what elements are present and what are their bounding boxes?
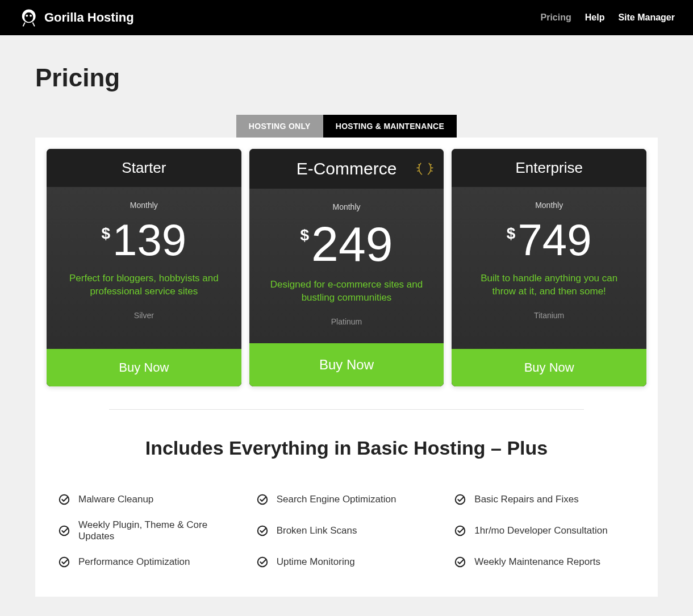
feature-item: Search Engine Optimization (256, 493, 437, 506)
svg-point-12 (456, 557, 465, 567)
svg-point-4 (60, 495, 69, 505)
top-nav: Pricing Help Site Manager (541, 13, 675, 23)
currency-symbol: $ (300, 226, 309, 244)
svg-point-6 (456, 495, 465, 505)
feature-label: Search Engine Optimization (277, 494, 396, 505)
plan-price: $ 249 (261, 219, 433, 268)
currency-symbol: $ (101, 224, 110, 243)
feature-item: 1hr/mo Developer Consultation (454, 519, 635, 542)
svg-point-9 (456, 526, 465, 536)
buy-now-button[interactable]: Buy Now (47, 349, 241, 386)
svg-point-2 (26, 15, 28, 17)
feature-label: Uptime Monitoring (277, 556, 355, 568)
plan-period: Monthly (58, 201, 230, 210)
gorilla-icon (18, 8, 37, 27)
plan-description: Designed for e-commerce sites and bustli… (261, 278, 433, 305)
check-circle-icon (454, 493, 466, 506)
plan-tier: Silver (58, 311, 230, 320)
plan-period: Monthly (261, 202, 433, 211)
brand[interactable]: Gorilla Hosting (18, 8, 134, 27)
currency-symbol: $ (507, 224, 516, 243)
plan-card-enterprise: Enterprise Monthly $ 749 Built to handle… (452, 149, 646, 386)
plan-period: Monthly (463, 201, 635, 210)
feature-item: Weekly Plugin, Theme & Core Updates (58, 519, 239, 542)
brand-name: Gorilla Hosting (44, 10, 134, 25)
includes-heading: Includes Everything in Basic Hosting – P… (47, 437, 646, 459)
check-circle-icon (454, 556, 466, 568)
plan-description: Perfect for bloggers, hobbyists and prof… (58, 272, 230, 298)
svg-point-11 (257, 557, 267, 567)
buy-now-button[interactable]: Buy Now (452, 349, 646, 386)
svg-point-3 (30, 15, 32, 17)
tab-hosting-only[interactable]: HOSTING ONLY (236, 115, 323, 138)
plan-title: Starter (47, 149, 241, 187)
feature-item: Weekly Maintenance Reports (454, 556, 635, 568)
feature-item: Performance Optimization (58, 556, 239, 568)
check-circle-icon (58, 525, 70, 537)
pricing-panel: Starter Monthly $ 139 Perfect for blogge… (35, 138, 658, 597)
feature-label: Weekly Plugin, Theme & Core Updates (78, 519, 239, 542)
plan-title: Enterprise (452, 149, 646, 187)
feature-item: Basic Repairs and Fixes (454, 493, 635, 506)
feature-item: Uptime Monitoring (256, 556, 437, 568)
plan-card-starter: Starter Monthly $ 139 Perfect for blogge… (47, 149, 241, 386)
feature-grid: Malware Cleanup Search Engine Optimizati… (47, 493, 646, 568)
price-value: 249 (311, 219, 393, 268)
feature-item: Broken Link Scans (256, 519, 437, 542)
price-value: 139 (112, 218, 186, 262)
svg-point-10 (60, 557, 69, 567)
feature-label: Malware Cleanup (78, 494, 153, 505)
plan-title-text: E-Commerce (297, 159, 397, 178)
svg-point-1 (24, 13, 33, 22)
check-circle-icon (58, 556, 70, 568)
feature-label: Performance Optimization (78, 556, 190, 568)
plan-tier: Titanium (463, 311, 635, 320)
tab-hosting-maintenance[interactable]: HOSTING & MAINTENANCE (323, 115, 457, 138)
feature-label: 1hr/mo Developer Consultation (474, 525, 607, 536)
check-circle-icon (256, 493, 269, 506)
page-title: Pricing (35, 64, 658, 92)
section-divider (109, 409, 584, 410)
check-circle-icon (256, 525, 269, 537)
feature-item: Malware Cleanup (58, 493, 239, 506)
pricing-tabs: HOSTING ONLY HOSTING & MAINTENANCE (35, 115, 658, 138)
feature-label: Broken Link Scans (277, 525, 357, 536)
plan-title: E-Commerce (249, 149, 444, 189)
check-circle-icon (256, 556, 269, 568)
check-circle-icon (454, 525, 466, 537)
feature-label: Weekly Maintenance Reports (474, 556, 600, 568)
plan-price: $ 749 (463, 218, 635, 262)
check-circle-icon (58, 493, 70, 506)
feature-label: Basic Repairs and Fixes (474, 494, 578, 505)
site-header: Gorilla Hosting Pricing Help Site Manage… (0, 0, 693, 35)
plan-cards: Starter Monthly $ 139 Perfect for blogge… (47, 149, 646, 386)
nav-item-pricing[interactable]: Pricing (541, 13, 571, 23)
nav-item-site-manager[interactable]: Site Manager (618, 13, 675, 23)
laurel-icon (415, 159, 435, 178)
svg-point-8 (257, 526, 267, 536)
plan-tier: Platinum (261, 317, 433, 326)
price-value: 749 (517, 218, 591, 262)
buy-now-button[interactable]: Buy Now (249, 343, 444, 386)
svg-point-7 (60, 526, 69, 536)
nav-item-help[interactable]: Help (585, 13, 605, 23)
svg-point-5 (257, 495, 267, 505)
plan-card-ecommerce: E-Commerce Monthly $ 249 (249, 149, 444, 386)
plan-description: Built to handle anything you can throw a… (463, 272, 635, 298)
plan-price: $ 139 (58, 218, 230, 262)
